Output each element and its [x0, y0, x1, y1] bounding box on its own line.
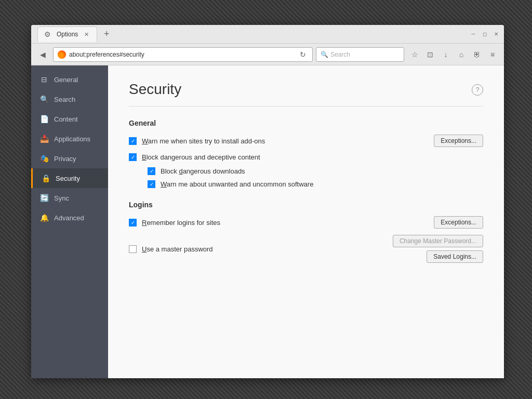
sidebar-item-content[interactable]: 📄 Content	[31, 109, 108, 129]
master-password-label[interactable]: Use a master password	[142, 245, 213, 253]
logins-section: Logins ✓ Remember logins for sites Excep…	[129, 201, 483, 263]
sidebar-label-general: General	[54, 76, 78, 84]
warn-unwanted-row: ✓ Warn me about unwanted and uncommon so…	[148, 180, 483, 188]
warn-addons-row: ✓ Warn me when sites try to install add-…	[129, 135, 483, 147]
browser-tab[interactable]: ⚙ Options ✕	[37, 26, 97, 42]
block-underline: B	[142, 153, 147, 161]
address-text: about:preferences#security	[69, 51, 295, 58]
close-window-button[interactable]: ✕	[493, 31, 500, 38]
block-downloads-row: ✓ Block dangerous downloads	[148, 167, 483, 175]
sidebar-item-security[interactable]: 🔒 Security	[31, 168, 108, 188]
remember-underline: R	[142, 219, 147, 227]
security-icon: 🔒	[41, 174, 50, 183]
title-bar: ⚙ Options ✕ + ─ ◻ ✕	[31, 25, 504, 44]
block-downloads-label[interactable]: Block dangerous downloads	[161, 167, 245, 175]
download-icon[interactable]: ↓	[438, 47, 453, 62]
dangerous-underline: d	[179, 167, 182, 175]
sidebar-item-sync[interactable]: 🔄 Sync	[31, 188, 108, 208]
remember-logins-checkbox[interactable]: ✓	[129, 219, 137, 227]
sidebar-label-applications: Applications	[54, 135, 90, 143]
page-header: Security ?	[129, 81, 483, 98]
logins-buttons: Change Master Password... Saved Logins..…	[393, 235, 483, 263]
pocket-icon[interactable]: ⊡	[423, 47, 437, 62]
logins-exceptions-button[interactable]: Exceptions...	[434, 216, 483, 229]
search-icon: 🔍	[321, 51, 328, 58]
warn-unwanted-label[interactable]: Warn me about unwanted and uncommon soft…	[161, 180, 313, 188]
logins-section-title: Logins	[129, 201, 483, 209]
browser-window: ⚙ Options ✕ + ─ ◻ ✕ ◀ about:preferences#…	[31, 25, 504, 378]
content-icon: 📄	[39, 114, 49, 124]
general-section-title: General	[129, 119, 483, 127]
page-title: Security	[129, 81, 181, 98]
new-tab-button[interactable]: +	[99, 27, 114, 42]
block-downloads-checkbox[interactable]: ✓	[148, 167, 155, 175]
sidebar-item-search[interactable]: 🔍 Search	[31, 89, 108, 109]
change-master-password-button[interactable]: Change Master Password...	[393, 235, 483, 247]
remember-logins-label[interactable]: Remember logins for sites	[142, 219, 220, 227]
help-button[interactable]: ?	[472, 84, 483, 96]
use-underline: U	[142, 245, 147, 253]
sidebar-label-sync: Sync	[54, 194, 69, 202]
general-section: General ✓ Warn me when sites try to inst…	[129, 119, 483, 188]
warn2-underline: W	[161, 180, 167, 188]
sub-settings: ✓ Block dangerous downloads ✓ Warn me ab…	[148, 167, 483, 188]
reload-button[interactable]: ↻	[298, 49, 308, 60]
warn-addons-label[interactable]: Warn me when sites try to install add-on…	[142, 137, 265, 145]
shield-icon[interactable]: ⛨	[470, 47, 484, 62]
warn-underline: W	[142, 137, 148, 145]
warn-addons-checkbox[interactable]: ✓	[129, 137, 137, 145]
search-bar[interactable]: 🔍 Search	[316, 47, 404, 62]
block-deceptive-row: ✓ Block dangerous and deceptive content	[129, 153, 483, 161]
firefox-icon	[58, 50, 66, 59]
search-placeholder: Search	[330, 51, 350, 58]
master-password-checkbox[interactable]	[129, 245, 137, 253]
sidebar-label-content: Content	[54, 115, 78, 123]
settings-panel: Security ? General ✓ Warn me when sites …	[108, 65, 504, 378]
sidebar-item-advanced[interactable]: 🔔 Advanced	[31, 208, 108, 228]
applications-icon: 📥	[39, 134, 49, 143]
window-controls: ─ ◻ ✕	[470, 31, 500, 38]
block-deceptive-checkbox[interactable]: ✓	[129, 153, 137, 161]
sidebar-label-advanced: Advanced	[54, 214, 84, 222]
sidebar-item-privacy[interactable]: 🎭 Privacy	[31, 149, 108, 168]
sidebar-label-security: Security	[56, 175, 80, 182]
block-deceptive-wrapper: ✓ Block dangerous and deceptive content	[129, 153, 260, 161]
remember-logins-row: ✓ Remember logins for sites Exceptions..…	[129, 216, 483, 229]
sidebar-label-search: Search	[54, 96, 75, 103]
tab-settings-icon: ⚙	[44, 30, 52, 38]
section-divider	[129, 106, 483, 107]
sidebar-item-applications[interactable]: 📥 Applications	[31, 129, 108, 149]
master-password-row: Use a master password Change Master Pass…	[129, 235, 483, 263]
toolbar-icons: ☆ ⊡ ↓ ⌂ ⛨ ≡	[407, 47, 500, 62]
minimize-button[interactable]: ─	[470, 31, 477, 38]
sidebar-label-privacy: Privacy	[54, 155, 76, 163]
general-icon: ⊟	[39, 75, 49, 84]
home-icon[interactable]: ⌂	[454, 47, 469, 62]
sidebar-item-general[interactable]: ⊟ General	[31, 70, 108, 89]
tab-title: Options	[57, 31, 78, 38]
block-deceptive-label[interactable]: Block dangerous and deceptive content	[142, 153, 260, 161]
menu-icon[interactable]: ≡	[485, 47, 500, 62]
tab-close-button[interactable]: ✕	[82, 30, 90, 38]
remember-logins-wrapper: ✓ Remember logins for sites	[129, 219, 220, 227]
back-button[interactable]: ◀	[35, 47, 50, 62]
bookmark-icon[interactable]: ☆	[407, 47, 422, 62]
saved-logins-button[interactable]: Saved Logins...	[427, 250, 483, 263]
master-password-wrapper: Use a master password	[129, 245, 213, 253]
warn-unwanted-checkbox[interactable]: ✓	[148, 180, 155, 188]
maximize-button[interactable]: ◻	[481, 31, 488, 38]
warn-addons-exceptions-button[interactable]: Exceptions...	[434, 135, 483, 147]
sync-icon: 🔄	[39, 193, 49, 203]
warn-addons-wrapper: ✓ Warn me when sites try to install add-…	[129, 137, 265, 145]
privacy-icon: 🎭	[39, 154, 49, 163]
address-bar[interactable]: about:preferences#security ↻	[53, 47, 313, 62]
advanced-icon: 🔔	[39, 213, 49, 222]
search-nav-icon: 🔍	[39, 95, 49, 104]
sidebar: ⊟ General 🔍 Search 📄 Content 📥 Applicati…	[31, 65, 108, 378]
nav-bar: ◀ about:preferences#security ↻ 🔍 Search …	[31, 44, 504, 65]
main-content: ⊟ General 🔍 Search 📄 Content 📥 Applicati…	[31, 65, 504, 378]
